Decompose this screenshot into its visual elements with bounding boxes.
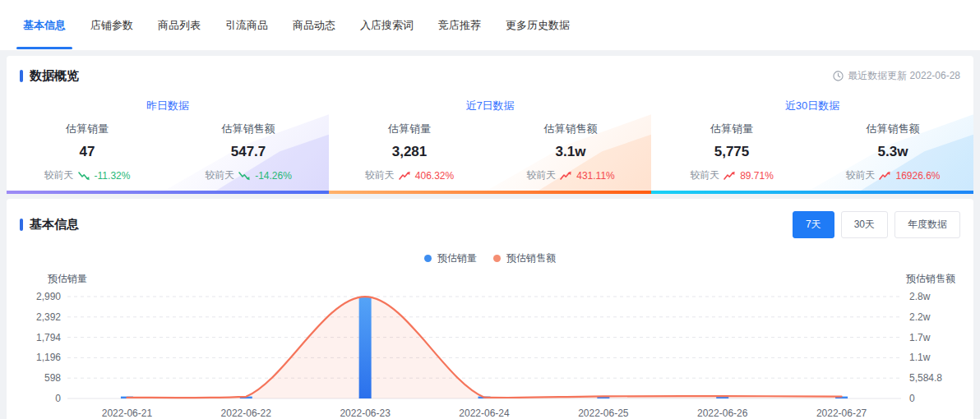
svg-text:1,196: 1,196 (36, 352, 61, 363)
metric-change-pct: -11.32% (95, 170, 131, 182)
overview-groups: 昨日数据 估算销量 47 较前天 -11.32% 估算销售额 547.7 较前天… (7, 92, 973, 194)
svg-text:2022-06-24: 2022-06-24 (459, 407, 510, 419)
svg-text:2022-06-25: 2022-06-25 (578, 407, 629, 419)
legend-dot (424, 255, 432, 262)
svg-text:0: 0 (909, 393, 915, 404)
trend-up-icon (560, 171, 572, 181)
metric-label: 估算销量 (651, 122, 812, 136)
legend-item-sales-volume[interactable]: 预估销量 (424, 251, 477, 265)
svg-text:1,794: 1,794 (36, 332, 61, 343)
range-button-7d[interactable]: 7天 (793, 211, 834, 238)
metric-label: 估算销量 (329, 122, 490, 136)
metric-change-pct: 406.32% (415, 170, 454, 182)
metric-change-pct: 89.71% (740, 170, 774, 182)
metric-sales-volume: 估算销量 3,281 较前天 406.32% (329, 122, 490, 182)
sales-chart: 预估销量预估销售额005985,584.81,1961.1w1,7941.7w2… (7, 265, 973, 419)
group-title: 近7日数据 (329, 99, 651, 113)
metric-sales-amount: 估算销售额 547.7 较前天 -14.26% (168, 122, 329, 182)
group-accent-bar (651, 191, 973, 194)
trend-up-icon (723, 171, 736, 181)
svg-text:2022-06-23: 2022-06-23 (340, 407, 391, 419)
tab-more-history[interactable]: 更多历史数据 (506, 0, 570, 51)
tab-competitor-recommend[interactable]: 竞店推荐 (438, 0, 481, 51)
top-tab-bar: 基本信息 店铺参数 商品列表 引流商品 商品动态 入店搜索词 竞店推荐 更多历史… (0, 0, 980, 51)
metric-change-pct: -14.26% (255, 170, 292, 182)
tab-store-search-terms[interactable]: 入店搜索词 (360, 0, 414, 51)
svg-text:5,584.8: 5,584.8 (909, 372, 942, 384)
chart-legend: 预估销量预估销售额 (7, 251, 973, 265)
svg-text:预估销售额: 预估销售额 (906, 273, 955, 284)
legend-dot (493, 255, 501, 262)
svg-text:2,990: 2,990 (36, 291, 61, 302)
tab-product-activity[interactable]: 商品动态 (293, 0, 335, 51)
range-button-30d[interactable]: 30天 (841, 211, 888, 238)
metric-value: 3,281 (329, 144, 490, 160)
svg-text:2.8w: 2.8w (909, 291, 931, 302)
tab-traffic-products[interactable]: 引流商品 (225, 0, 268, 51)
svg-text:2022-06-27: 2022-06-27 (816, 407, 867, 419)
overview-group-0: 昨日数据 估算销量 47 较前天 -11.32% 估算销售额 547.7 较前天… (7, 92, 329, 194)
svg-text:598: 598 (44, 372, 61, 384)
group-title: 近30日数据 (651, 99, 973, 113)
metric-compare: 较前天 -11.32% (7, 168, 168, 182)
metric-value: 547.7 (168, 144, 329, 160)
metric-label: 估算销售额 (490, 122, 651, 136)
metric-change-pct: 16926.6% (895, 170, 940, 182)
metric-compare: 较前天 89.71% (651, 168, 812, 182)
svg-text:预估销量: 预估销量 (48, 273, 87, 284)
svg-text:2022-06-22: 2022-06-22 (221, 407, 272, 419)
metric-change-pct: 431.11% (576, 170, 614, 182)
trend-up-icon (879, 171, 891, 181)
metric-label: 估算销售额 (812, 122, 973, 136)
overview-title: 数据概览 (30, 68, 79, 84)
clock-icon (833, 71, 844, 81)
metric-label: 估算销售额 (168, 122, 329, 136)
basic-info-card: 基本信息 7天 30天 年度数据 预估销量预估销售额 预估销量预估销售额0059… (7, 199, 973, 419)
last-update-time: 最近数据更新 2022-06-28 (833, 69, 960, 83)
svg-text:1.1w: 1.1w (909, 352, 931, 363)
svg-text:2,392: 2,392 (36, 311, 61, 323)
metric-compare: 较前天 406.32% (329, 168, 490, 182)
metric-value: 3.1w (490, 144, 651, 160)
legend-item-sales-amount[interactable]: 预估销售额 (493, 251, 556, 265)
trend-down-icon (238, 171, 251, 181)
range-button-group: 7天 30天 年度数据 (793, 211, 960, 238)
basic-info-title: 基本信息 (30, 217, 79, 233)
group-accent-bar (7, 191, 329, 194)
metric-compare: 较前天 431.11% (490, 168, 651, 182)
svg-text:2022-06-21: 2022-06-21 (102, 407, 153, 419)
metric-value: 5,775 (651, 144, 812, 160)
trend-up-icon (399, 171, 411, 181)
overview-group-1: 近7日数据 估算销量 3,281 较前天 406.32% 估算销售额 3.1w … (329, 92, 651, 194)
metric-label: 估算销量 (7, 122, 168, 136)
section-marker (20, 70, 23, 82)
overview-card: 数据概览 最近数据更新 2022-06-28 昨日数据 估算销量 47 较前天 … (7, 56, 973, 194)
metric-sales-volume: 估算销量 5,775 较前天 89.71% (651, 122, 812, 182)
metric-compare: 较前天 -14.26% (168, 168, 329, 182)
metric-value: 5.3w (812, 144, 973, 160)
metric-sales-amount: 估算销售额 3.1w 较前天 431.11% (490, 122, 651, 182)
group-title: 昨日数据 (7, 99, 329, 113)
metric-compare: 较前天 16926.6% (812, 168, 973, 182)
svg-text:1.7w: 1.7w (909, 332, 931, 343)
range-button-year[interactable]: 年度数据 (894, 211, 960, 238)
metric-sales-amount: 估算销售额 5.3w 较前天 16926.6% (812, 122, 973, 182)
tab-basic-info[interactable]: 基本信息 (23, 0, 66, 51)
overview-group-2: 近30日数据 估算销量 5,775 较前天 89.71% 估算销售额 5.3w … (651, 92, 973, 194)
group-accent-bar (329, 191, 651, 194)
svg-text:2022-06-26: 2022-06-26 (697, 407, 748, 419)
metric-sales-volume: 估算销量 47 较前天 -11.32% (7, 122, 168, 182)
trend-down-icon (78, 171, 90, 181)
tab-product-list[interactable]: 商品列表 (158, 0, 201, 51)
svg-text:0: 0 (55, 393, 61, 404)
chart-canvas: 预估销量预估销售额005985,584.81,1961.1w1,7941.7w2… (20, 269, 960, 419)
svg-text:2.2w: 2.2w (909, 311, 931, 323)
section-marker (20, 219, 23, 231)
tab-shop-params[interactable]: 店铺参数 (90, 0, 133, 51)
metric-value: 47 (7, 144, 168, 160)
